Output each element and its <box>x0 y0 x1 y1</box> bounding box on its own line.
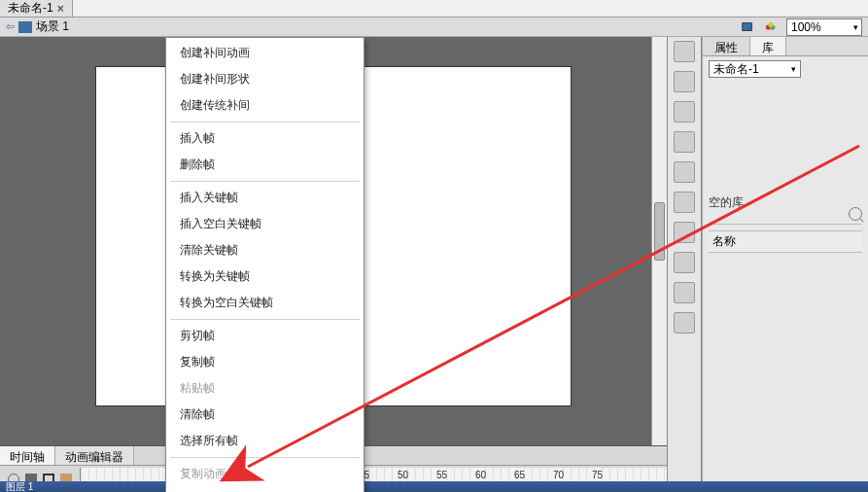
library-doc-name: 未命名-1 <box>713 61 759 78</box>
close-icon[interactable]: × <box>57 2 64 16</box>
ruler-mark: 70 <box>553 470 564 480</box>
menu-item[interactable]: 创建传统补间 <box>166 92 364 119</box>
brush-tool-icon[interactable] <box>674 101 695 123</box>
menu-item[interactable]: 创建补间动画 <box>166 40 364 66</box>
menu-item[interactable]: 清除关键帧 <box>166 237 364 264</box>
scene-bar: ⇦ 场景 1 100% ▾ <box>0 18 868 37</box>
menu-separator <box>170 319 360 320</box>
scene-tool-icon[interactable] <box>674 312 695 334</box>
menu-item[interactable]: 清除帧 <box>166 402 364 428</box>
svg-point-3 <box>768 21 773 26</box>
swatches-tool-icon[interactable] <box>674 71 695 92</box>
zoom-value: 100% <box>791 20 821 34</box>
align-tool-icon[interactable] <box>674 131 695 153</box>
tab-properties[interactable]: 属性 <box>703 37 750 55</box>
library-document-select[interactable]: 未命名-1 ▾ <box>709 60 801 78</box>
ruler-mark: 65 <box>514 470 525 480</box>
menu-item: 复制动画 <box>166 461 364 487</box>
taskbar-item[interactable]: 图层 1 <box>6 480 33 493</box>
panel-tabs: 属性 库 <box>703 37 868 56</box>
document-tab-label: 未命名-1 <box>8 0 53 17</box>
menu-separator <box>170 122 360 123</box>
edit-symbol-icon[interactable] <box>763 20 779 34</box>
menu-separator <box>170 181 360 182</box>
panel-area: 属性 库 未命名-1 ▾ 空的库 名称 <box>702 37 868 492</box>
svg-rect-0 <box>743 22 752 30</box>
tab-timeline[interactable]: 时间轴 <box>0 446 55 465</box>
context-menu: 创建补间动画创建补间形状创建传统补间插入帧删除帧插入关键帧插入空白关键帧清除关键… <box>165 37 365 492</box>
library-column-name[interactable]: 名称 <box>709 230 862 253</box>
document-tab-bar: 未命名-1 × <box>0 0 868 18</box>
menu-item: 将动画复制为 ActionScript 3.0... <box>166 487 364 492</box>
color-tool-icon[interactable] <box>674 41 695 62</box>
scrollbar-thumb[interactable] <box>654 202 665 261</box>
document-tab[interactable]: 未命名-1 × <box>0 0 73 17</box>
menu-item[interactable]: 选择所有帧 <box>166 428 364 454</box>
tab-motion-editor[interactable]: 动画编辑器 <box>55 446 134 465</box>
tool-palette <box>667 37 702 492</box>
menu-item[interactable]: 插入空白关键帧 <box>166 211 364 237</box>
ruler-mark: 50 <box>398 470 408 480</box>
search-icon[interactable] <box>849 207 862 221</box>
menu-item[interactable]: 转换为关键帧 <box>166 264 364 290</box>
vertical-scrollbar[interactable] <box>651 37 667 445</box>
history-tool-icon[interactable] <box>674 282 695 303</box>
library-tool-icon[interactable] <box>674 222 695 243</box>
menu-item[interactable]: 复制帧 <box>166 349 364 375</box>
chevron-down-icon: ▾ <box>853 22 858 32</box>
menu-item[interactable]: 剪切帧 <box>166 323 364 349</box>
menu-item: 粘贴帧 <box>166 375 364 402</box>
tab-library[interactable]: 库 <box>750 37 786 55</box>
chevron-down-icon: ▾ <box>791 64 796 74</box>
menu-item[interactable]: 创建补间形状 <box>166 66 364 92</box>
back-arrow-icon[interactable]: ⇦ <box>6 20 15 33</box>
components-tool-icon[interactable] <box>674 252 695 273</box>
edit-scene-icon[interactable] <box>740 20 755 34</box>
scene-icon <box>18 21 32 33</box>
zoom-select[interactable]: 100% ▾ <box>786 18 862 36</box>
menu-item[interactable]: 删除帧 <box>166 152 364 178</box>
menu-item[interactable]: 插入帧 <box>166 125 364 152</box>
ruler-mark: 55 <box>436 470 447 480</box>
menu-separator <box>170 457 360 458</box>
info-tool-icon[interactable] <box>674 161 695 183</box>
ruler-mark: 75 <box>592 470 603 480</box>
taskbar: 图层 1 <box>0 481 868 492</box>
menu-item[interactable]: 转换为空白关键帧 <box>166 290 364 316</box>
menu-item[interactable]: 插入关键帧 <box>166 185 364 211</box>
scene-label: 场景 1 <box>36 18 69 35</box>
ruler-mark: 60 <box>475 470 486 480</box>
transform-tool-icon[interactable] <box>674 192 695 213</box>
